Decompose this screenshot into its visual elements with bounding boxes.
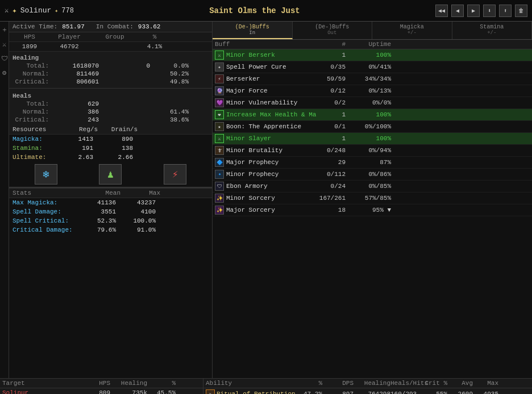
ultimate-label: Ultimate:	[13, 154, 58, 161]
healing-col-header: Healing	[110, 380, 147, 387]
nav-delete-button[interactable]: 🗑	[515, 5, 527, 17]
healing-normal-pct: 50.2%	[155, 70, 189, 77]
buff-boon-apprentice-name: Boon: The Apprentice	[226, 123, 301, 130]
drain-col-header: Drain/s	[98, 126, 138, 133]
ability-header: Ability % DPS Healing Heals/Hits Crit % …	[203, 379, 532, 388]
buff-list: ⚔ Minor Berserk 1 100% ✦ Spell Power Cur…	[213, 49, 532, 378]
heals-normal-label: Normal:	[13, 108, 52, 115]
plus-icon[interactable]: ＋	[1, 25, 8, 35]
buff-row-ebon-armory: 🛡 Ebon Armory 0/24 0%/85%	[213, 181, 532, 192]
buff-minor-berserk-uptime: 100%	[346, 52, 391, 58]
ability-icon-3[interactable]: ⚡	[164, 164, 186, 185]
buff-num-header: #	[317, 41, 346, 48]
max-magicka-mean: 41136	[81, 199, 120, 206]
ability-ritual-avg: 2609	[447, 391, 473, 394]
tab-magicka[interactable]: Magicka +/-	[372, 22, 452, 39]
stamina-reg: 191	[58, 145, 98, 152]
buff-minor-sorcery-num: 167/261	[317, 195, 346, 202]
ability-icons-row: ❄ ♟ ⚡	[9, 162, 212, 187]
critical-damage-max: 91.0%	[120, 227, 160, 233]
buff-ebon-armory-uptime: 0%/85%	[346, 183, 391, 190]
heals-critical-v1: 243	[52, 116, 103, 123]
tab-stamina-line1: Stamina	[455, 24, 530, 30]
buff-major-prophecy-cell: 🔷 Major Prophecy	[215, 158, 317, 167]
buff-major-force-uptime: 0%/13%	[346, 87, 391, 94]
buff-row-minor-prophecy: 🔹 Minor Prophecy 0/112 0%/86%	[213, 169, 532, 181]
heals-normal-v1: 386	[52, 108, 103, 115]
healing-total-v1: 1618070	[52, 62, 103, 69]
heals-critical-v2	[103, 116, 155, 123]
buff-minor-prophecy-name: Minor Prophecy	[226, 171, 279, 178]
healing-title: Healing	[13, 55, 209, 61]
heals-section: Heals Total: 629 Normal: 386 61.4% Criti…	[9, 90, 212, 125]
spell-critical-mean: 52.3%	[81, 217, 120, 224]
buff-icon-minor-brutality: 🗡	[215, 146, 224, 155]
heals-normal-v2	[103, 108, 155, 115]
magicka-row: Magicka: 1413 890	[9, 135, 212, 144]
magicka-reg: 1413	[58, 136, 98, 142]
tab-debuffs-in-line2: In	[215, 30, 290, 36]
ability-ritual-name: Ritual of Retribution	[217, 391, 296, 394]
buff-major-sorcery-uptime: 95% ▼	[346, 207, 391, 213]
healing-total-label: Total:	[13, 62, 52, 69]
max-magicka-label: Max Magicka:	[13, 199, 81, 206]
ability-crit-header: Crit %	[416, 380, 447, 387]
buff-ebon-armory-num: 0/24	[317, 183, 346, 190]
settings-icon[interactable]: ⚙	[2, 69, 6, 77]
buff-minor-sorcery-name: Minor Sorcery	[226, 195, 275, 202]
buff-minor-berserk-name: Minor Berserk	[226, 52, 275, 58]
buff-minor-prophecy-num: 0/112	[317, 171, 346, 178]
buff-berserker-cell: ⚡ Berserker	[215, 74, 317, 83]
buff-minor-sorcery-cell: ✨ Minor Sorcery	[215, 194, 317, 203]
sword-icon: ⚔	[5, 6, 9, 15]
nav-next-button[interactable]: ▶	[467, 5, 480, 17]
buff-row-major-sorcery: ✨ Major Sorcery 18 95% ▼	[213, 204, 532, 216]
star-icon: ✦	[12, 6, 16, 15]
tab-debuffs-in[interactable]: (De-)Buffs In	[213, 22, 293, 39]
buff-major-prophecy-name: Major Prophecy	[226, 159, 279, 166]
bottom-section: Target HPS Healing % Solinur 809 735k 45…	[0, 378, 532, 394]
tab-debuffs-out[interactable]: (De-)Buffs Out	[293, 22, 373, 39]
nav-share-button[interactable]: ⬆	[499, 5, 512, 17]
tab-magicka-line2: +/-	[375, 30, 450, 36]
buff-row-minor-slayer: ⚔ Minor Slayer 1 100%	[213, 133, 532, 145]
pct-value: 4.1%	[138, 43, 172, 50]
buff-minor-vulnerability-num: 0/2	[317, 99, 346, 106]
nav-prev2-button[interactable]: ◀	[451, 5, 464, 17]
buff-minor-brutality-uptime: 0%/94%	[346, 147, 391, 154]
heals-total-v1: 629	[52, 100, 103, 107]
heals-total-v2	[103, 100, 155, 107]
stats-label-col: Stats	[13, 190, 81, 196]
resources-col-header: Resources	[13, 126, 58, 133]
cp-icon: ✦	[55, 7, 58, 14]
healing-critical-pct: 49.8%	[155, 78, 189, 85]
ability-col-header: Ability	[206, 380, 297, 387]
target-hps-solinur: 809	[82, 389, 110, 394]
buff-icon-minor-vulnerability: 💜	[215, 98, 224, 107]
ability-healing-header: Healing	[354, 380, 390, 387]
player-col-header: Player	[47, 33, 92, 40]
buff-icon-increase-max-health: ❤	[215, 110, 224, 119]
stats-max-col: Max	[120, 190, 160, 196]
healing-total-row: Total: 1618070 0 0.0%	[13, 62, 209, 70]
buff-icon-ebon-armory: 🛡	[215, 182, 224, 191]
ability-ritual-pct: 47.2%	[297, 391, 322, 394]
buff-minor-berserk-cell: ⚔ Minor Berserk	[215, 51, 317, 60]
nav-prev-button[interactable]: ◀◀	[435, 5, 448, 17]
shield-icon[interactable]: 🛡	[1, 55, 8, 63]
healing-critical-v2	[103, 78, 155, 85]
ultimate-reg: 2.63	[58, 154, 98, 161]
ability-icon-1[interactable]: ❄	[35, 164, 57, 185]
nav-download-button[interactable]: ⬇	[483, 5, 496, 17]
buff-major-force-name: Major Force	[226, 87, 268, 94]
buff-icon-minor-sorcery: ✨	[215, 194, 224, 203]
sword-left-icon[interactable]: ⚔	[2, 40, 6, 49]
reg-col-header: Reg/s	[58, 126, 98, 133]
ability-list: ☀ Ritual of Retribution 47.2% 897 764298…	[203, 388, 532, 394]
buff-minor-sorcery-uptime: 57%/85%	[346, 195, 391, 202]
tab-stamina[interactable]: Stamina +/-	[452, 22, 533, 39]
ability-icon-2[interactable]: ♟	[99, 164, 122, 185]
cp-value: 778	[61, 7, 74, 15]
healing-total-v2: 0	[103, 62, 155, 69]
top-bar: ⚔ ✦ Solinur ✦ 778 Saint Olms the Just ◀◀…	[0, 0, 532, 22]
